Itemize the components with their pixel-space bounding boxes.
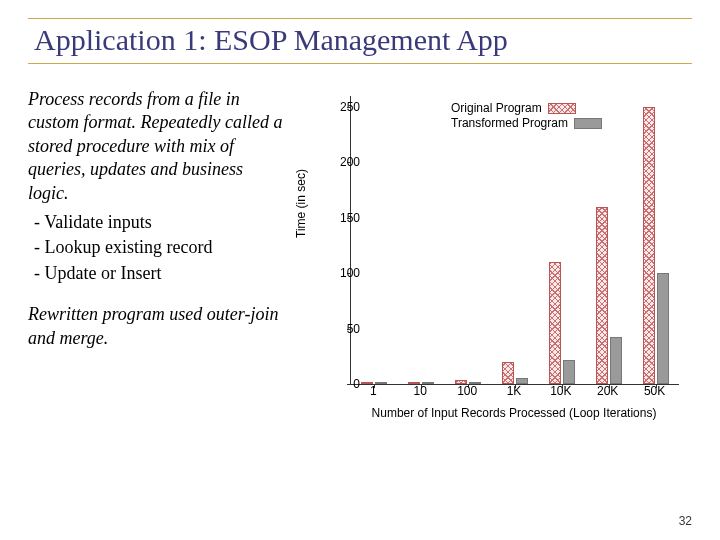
closing-paragraph: Rewritten program used outer-join and me… bbox=[28, 303, 284, 350]
left-column: Process records from a file in custom fo… bbox=[28, 88, 284, 428]
bar-transformed bbox=[657, 273, 669, 384]
y-tick-label: 100 bbox=[330, 266, 360, 280]
x-tick-label: 1K bbox=[507, 384, 522, 398]
plot-region: Original Program Transformed Program bbox=[350, 96, 679, 385]
legend-swatch-transformed bbox=[574, 118, 602, 129]
y-axis-label: Time (in sec) bbox=[294, 169, 308, 238]
x-tick-label: 100 bbox=[457, 384, 477, 398]
y-tick-label: 0 bbox=[330, 377, 360, 391]
legend-entry-original: Original Program bbox=[451, 101, 602, 115]
legend-swatch-original bbox=[548, 103, 576, 114]
legend: Original Program Transformed Program bbox=[451, 100, 602, 131]
title-bar: Application 1: ESOP Management App bbox=[28, 18, 692, 64]
bar-original bbox=[596, 207, 608, 384]
x-tick-label: 50K bbox=[644, 384, 665, 398]
y-tick-label: 150 bbox=[330, 211, 360, 225]
bar-original bbox=[502, 362, 514, 384]
legend-entry-transformed: Transformed Program bbox=[451, 116, 602, 130]
intro-paragraph: Process records from a file in custom fo… bbox=[28, 88, 284, 205]
page-number: 32 bbox=[679, 514, 692, 528]
x-tick-label: 10 bbox=[414, 384, 427, 398]
x-tick-label: 20K bbox=[597, 384, 618, 398]
bar-transformed bbox=[610, 337, 622, 384]
bar-chart: Time (in sec) Number of Input Records Pr… bbox=[292, 88, 692, 428]
legend-label: Transformed Program bbox=[451, 116, 568, 130]
slide-title: Application 1: ESOP Management App bbox=[34, 23, 508, 56]
bar-original bbox=[549, 262, 561, 384]
x-tick-label: 10K bbox=[550, 384, 571, 398]
x-tick-label: 1 bbox=[370, 384, 377, 398]
bar-transformed bbox=[375, 382, 387, 384]
chart-area: Time (in sec) Number of Input Records Pr… bbox=[292, 88, 692, 428]
y-tick-label: 50 bbox=[330, 322, 360, 336]
y-tick-label: 250 bbox=[330, 100, 360, 114]
legend-label: Original Program bbox=[451, 101, 542, 115]
bar-original bbox=[643, 107, 655, 384]
bullet-item: - Validate inputs bbox=[34, 211, 284, 234]
bullet-item: - Lookup existing record bbox=[34, 236, 284, 259]
bullet-list: - Validate inputs - Lookup existing reco… bbox=[28, 211, 284, 285]
bullet-item: - Update or Insert bbox=[34, 262, 284, 285]
y-tick-label: 200 bbox=[330, 155, 360, 169]
bar-transformed bbox=[563, 360, 575, 384]
x-axis-label: Number of Input Records Processed (Loop … bbox=[350, 406, 678, 420]
